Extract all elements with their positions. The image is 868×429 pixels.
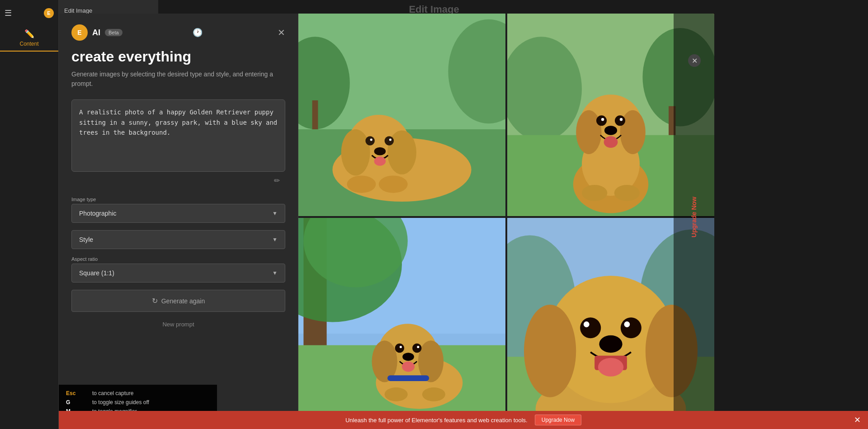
aspect-ratio-select[interactable]: Square (1:1) ▼ <box>71 264 285 283</box>
upgrade-btn-label: Upgrade Now <box>542 417 575 423</box>
image-type-label: Image type <box>71 197 285 202</box>
aspect-ratio-value: Square (1:1) <box>79 269 114 277</box>
svg-point-9 <box>341 129 370 175</box>
style-chevron-icon: ▼ <box>272 236 278 243</box>
generated-image-3[interactable] <box>298 218 505 420</box>
svg-point-18 <box>379 175 408 193</box>
bottom-close-icon: ✕ <box>854 415 861 424</box>
svg-point-13 <box>370 138 373 141</box>
svg-point-48 <box>412 344 421 353</box>
svg-point-12 <box>385 136 394 145</box>
image-type-select[interactable]: Photographic ▼ <box>71 204 285 223</box>
svg-point-27 <box>576 110 601 154</box>
generated-image-1[interactable] <box>298 14 505 216</box>
bottom-close-button[interactable]: ✕ <box>854 415 861 425</box>
aspect-ratio-label: Aspect ratio <box>71 256 285 262</box>
svg-point-50 <box>417 346 419 348</box>
svg-point-66 <box>584 321 590 327</box>
elementor-logo: E <box>44 8 54 18</box>
svg-point-55 <box>422 387 445 401</box>
refresh-icon: ↻ <box>152 297 158 305</box>
svg-point-51 <box>402 353 414 361</box>
new-prompt-label: New prompt <box>162 321 194 328</box>
aspect-ratio-chevron-icon: ▼ <box>272 270 278 276</box>
edit-wand-icon: ✏ <box>71 174 285 188</box>
sidebar-content-tab[interactable]: ✏️ Content <box>0 25 58 52</box>
image-type-value: Photographic <box>79 210 117 217</box>
svg-point-15 <box>374 147 386 156</box>
svg-point-16 <box>374 156 386 165</box>
svg-point-31 <box>601 118 604 121</box>
generate-btn-label: Generate again <box>161 297 205 305</box>
outer-close-button[interactable]: ✕ <box>688 54 701 67</box>
modal-header: E AI Beta 🕐 ✕ <box>71 24 285 41</box>
svg-point-34 <box>604 136 618 148</box>
prompt-textarea[interactable]: A realistic photo of a happy Golden Retr… <box>71 99 285 172</box>
svg-point-14 <box>389 138 392 141</box>
svg-point-54 <box>385 387 408 401</box>
esc-key: Esc <box>66 390 89 396</box>
modal-subtitle: Generate images by selecting the desired… <box>71 70 285 89</box>
svg-point-30 <box>615 115 625 126</box>
modal-image-grid: Upgrade Now <box>298 14 714 420</box>
upgrade-overlay: Upgrade Now <box>674 14 714 420</box>
generate-again-button[interactable]: ↻ Generate again <box>71 290 285 312</box>
svg-point-11 <box>365 136 374 145</box>
esc-shortcut: Esc to cancel capture <box>66 390 210 396</box>
svg-point-64 <box>580 317 601 338</box>
svg-point-36 <box>614 185 640 201</box>
close-icon: ✕ <box>692 57 698 65</box>
upgrade-now-button[interactable]: Upgrade Now <box>535 415 581 425</box>
svg-rect-53 <box>387 375 429 381</box>
content-tab-label: Content <box>19 41 38 47</box>
chevron-down-icon: ▼ <box>272 210 278 217</box>
style-label: Style <box>79 236 93 243</box>
ai-modal: E AI Beta 🕐 ✕ create everything Generate… <box>59 14 714 420</box>
ai-label: AI <box>92 28 100 38</box>
aspect-ratio-field: Aspect ratio Square (1:1) ▼ <box>71 256 285 283</box>
modal-left-panel: E AI Beta 🕐 ✕ create everything Generate… <box>59 14 298 420</box>
svg-point-17 <box>347 175 376 193</box>
svg-point-68 <box>599 335 622 353</box>
pencil-icon: ✏️ <box>24 29 34 39</box>
svg-point-70 <box>598 358 623 377</box>
svg-point-52 <box>402 361 415 372</box>
history-button[interactable]: 🕐 <box>193 28 203 38</box>
g-shortcut: G to toggle size guides off <box>66 399 210 405</box>
new-prompt-button[interactable]: New prompt <box>71 317 285 331</box>
beta-badge: Beta <box>105 29 123 36</box>
svg-point-32 <box>620 118 623 121</box>
bottom-bar-text: Unleash the full power of Elementor's fe… <box>345 417 528 424</box>
upgrade-overlay-text: Upgrade Now <box>690 197 698 237</box>
modal-close-button[interactable]: ✕ <box>278 27 285 38</box>
style-select[interactable]: Style ▼ <box>71 230 285 249</box>
svg-point-62 <box>524 305 576 397</box>
modal-title: create everything <box>71 48 285 65</box>
svg-point-47 <box>395 344 404 353</box>
svg-point-28 <box>620 110 645 154</box>
g-key: G <box>66 399 89 405</box>
bottom-upgrade-bar: Unleash the full power of Elementor's fe… <box>59 411 868 429</box>
svg-point-35 <box>582 185 607 201</box>
style-field: Style ▼ <box>71 230 285 249</box>
sidebar: ☰ E ✏️ Content <box>0 0 59 429</box>
elementor-badge: E <box>71 24 88 41</box>
svg-point-65 <box>621 317 642 338</box>
g-action: to toggle size guides off <box>92 399 149 405</box>
hamburger-icon[interactable]: ☰ <box>5 8 12 18</box>
svg-point-49 <box>400 346 402 348</box>
svg-point-67 <box>624 321 630 327</box>
svg-point-33 <box>604 126 617 135</box>
image-type-field: Image type Photographic ▼ <box>71 197 285 223</box>
esc-action: to cancel capture <box>92 390 133 396</box>
svg-point-29 <box>596 115 607 126</box>
